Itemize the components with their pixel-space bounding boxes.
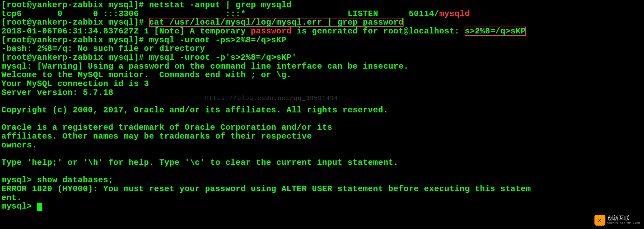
terminal[interactable]: [root@yankerp-zabbix mysql]# netstat -an…: [1, 1, 643, 211]
blank4: [1, 167, 643, 176]
mysql-prompt: mysql>: [1, 175, 37, 185]
cursor-icon: [37, 203, 42, 211]
cmd-cat-err: cat /usr/local/mysql/log/mysql.err | gre…: [149, 18, 403, 27]
blank1: [1, 97, 643, 106]
line-tempw: 2018-01-06T06:31:34.837627Z 1 [Note] A t…: [1, 27, 643, 36]
bash-error: -bash: 2%8=/q: No such file or directory: [1, 44, 643, 53]
mysql-error: ERROR 1820 (HY000): You must reset your …: [1, 185, 643, 202]
shell-prompt: [root@yankerp-zabbix mysql]#: [1, 0, 149, 10]
oracle3: owners.: [1, 141, 643, 150]
mysql-line2[interactable]: mysql>: [1, 202, 643, 211]
proc-name: mysqld: [439, 9, 470, 18]
cmd-netstat: netstat -anput | grep mysqld: [149, 0, 291, 10]
shell-prompt: [root@yankerp-zabbix mysql]#: [1, 18, 149, 27]
welcome1: Welcome to the MySQL monitor. Commands e…: [1, 71, 643, 80]
line-netstat-out: tcp6 0 0 :::3306 :::* LISTEN 50114/mysql…: [1, 10, 643, 18]
shell-prompt: [root@yankerp-zabbix mysql]#: [1, 53, 149, 62]
line1: [root@yankerp-zabbix mysql]# netstat -an…: [1, 1, 643, 10]
mysql-warning: mysql: [Warning] Using a password on the…: [1, 62, 643, 71]
oracle1: Oracle is a registered trademark of Orac…: [1, 123, 643, 132]
brand-subtext: CHUANG XIN HU LIAN: [607, 221, 640, 224]
blank3: [1, 149, 643, 158]
mysql-prompt: mysql>: [1, 202, 37, 211]
brand-logo: ✕ 创新互联 CHUANG XIN HU LIAN: [594, 215, 640, 226]
brand-text: 创新互联: [607, 216, 640, 221]
blank2: [1, 115, 643, 124]
temp-password: s>2%8=/q>sKP: [465, 27, 526, 36]
cmd-show-db: show databases;: [37, 175, 113, 185]
welcome3: Server version: 5.7.18: [1, 88, 643, 97]
help-line: Type 'help;' or '\h' for help. Type '\c'…: [1, 158, 643, 167]
cmd-mysql-bad: mysql -uroot -ps>2%8=/q>sKP: [149, 35, 286, 45]
cmd-mysql-ok: mysql -uroot -p's>2%8=/q>sKP': [149, 53, 297, 62]
copyright: Copyright (c) 2000, 2017, Oracle and/or …: [1, 106, 643, 115]
welcome2: Your MySQL connection id is 3: [1, 80, 643, 88]
brand-icon: ✕: [594, 215, 605, 226]
line2: [root@yankerp-zabbix mysql]# cat /usr/lo…: [1, 18, 643, 27]
line3: [root@yankerp-zabbix mysql]# mysql -uroo…: [1, 36, 643, 45]
shell-prompt: [root@yankerp-zabbix mysql]#: [1, 35, 149, 45]
mysql-line1: mysql> show databases;: [1, 176, 643, 185]
line4: [root@yankerp-zabbix mysql]# mysql -uroo…: [1, 53, 643, 62]
oracle2: affiliates. Other names may be trademark…: [1, 132, 643, 141]
password-word: password: [251, 27, 291, 36]
